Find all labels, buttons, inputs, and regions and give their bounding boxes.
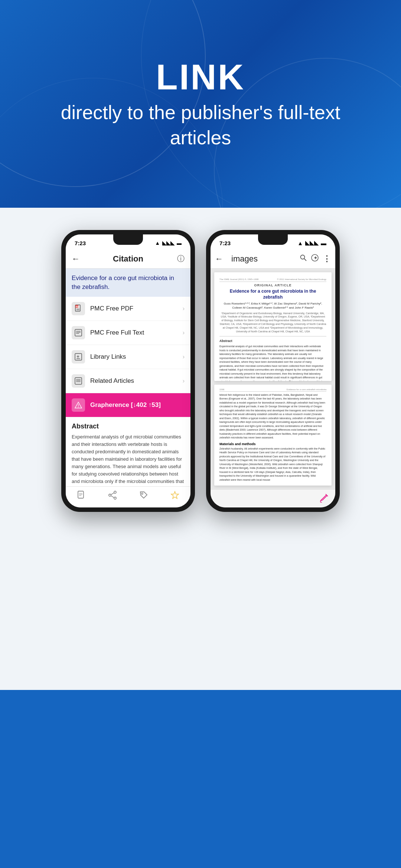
svg-marker-29 (171, 491, 179, 499)
right-phone-frame: 7:23 ▲ ◣◣◣ ▬ ← images (206, 230, 340, 512)
left-phone-notch (113, 234, 143, 245)
abstract-section: Abstract Experimental analysis of gut mi… (66, 417, 190, 486)
right-status-icons: ▲ ◣◣◣ ▬ (297, 240, 326, 246)
doc-nav-icon[interactable] (76, 490, 86, 502)
menu-item-pmc-pdf[interactable]: PDF PMC Free PDF › (66, 297, 190, 321)
right-phone-screen: 7:23 ▲ ◣◣◣ ▬ ← images (211, 234, 335, 507)
pmc-fulltext-label: PMC Free Full Text (90, 329, 144, 336)
doc-materials-text: Zebrafish husbandry. All zebrafish exper… (219, 447, 326, 482)
doc-page-2: 1596 Evidence for a core zebrafish micro… (214, 385, 332, 486)
right-edit-button[interactable] (319, 493, 329, 504)
menu-item-related[interactable]: Related Articles › (66, 369, 190, 393)
menu-item-pmc-fulltext[interactable]: PMC Free Full Text › (66, 321, 190, 345)
library-arrow: › (183, 354, 185, 360)
grapherence-icon (72, 398, 85, 412)
left-battery-icon: ▬ (177, 240, 182, 246)
svg-point-18 (78, 407, 79, 407)
doc-materials-heading: Materials and methods (219, 442, 326, 446)
svg-rect-12 (75, 378, 82, 384)
abstract-heading: Abstract (72, 423, 185, 430)
pdf-icon: PDF (72, 302, 85, 315)
doc-main-title: Evidence for a core gut microbiota in th… (219, 289, 326, 300)
left-info-button[interactable]: ⓘ (171, 254, 185, 264)
svg-line-27 (111, 496, 114, 498)
right-more-icon[interactable]: ⋮ (323, 254, 331, 264)
right-status-time: 7:23 (219, 240, 231, 246)
svg-text:✦: ✦ (313, 255, 318, 261)
phones-section: 7:23 ▲ ◣◣◣ ▬ ← Citation ⓘ Evidence for a… (0, 208, 401, 690)
left-bottom-nav (66, 486, 190, 507)
right-phone-wrapper: 7:23 ▲ ◣◣◣ ▬ ← images (206, 230, 340, 660)
tag-nav-icon[interactable] (139, 490, 149, 502)
left-header-title: Citation (85, 254, 171, 264)
right-add-icon[interactable]: ✦ (311, 254, 319, 264)
right-search-icon[interactable] (300, 254, 307, 263)
right-back-button[interactable]: ← (215, 254, 228, 264)
doc-abstract-label: Abstract (219, 339, 326, 343)
star-nav-icon[interactable] (170, 490, 180, 502)
doc-page2-header-left: 1596 (219, 388, 224, 391)
right-phone-notch (258, 234, 288, 245)
left-status-time: 7:23 (75, 240, 86, 246)
svg-point-25 (114, 497, 116, 499)
left-app-header: ← Citation ⓘ (66, 249, 190, 269)
related-arrow: › (183, 378, 185, 384)
related-label: Related Articles (90, 377, 134, 385)
left-article-title: Evidence for a core gut microbiota in th… (72, 274, 185, 292)
doc-title-section: ORIGINAL ARTICLE Evidence for a core gut… (219, 283, 326, 333)
svg-point-24 (109, 494, 111, 496)
right-header-icons: ✦ ⋮ (300, 254, 331, 264)
doc-journal-header-left: The ISME Journal (2011) 5, 1595–1608 (219, 278, 258, 280)
pmc-pdf-arrow: › (183, 305, 185, 312)
right-header-title: images (231, 254, 297, 264)
doc-page2-header-right: Evidence for a core zebrafish microbiota (287, 388, 326, 391)
svg-rect-9 (75, 354, 82, 360)
left-phone-frame: 7:23 ▲ ◣◣◣ ▬ ← Citation ⓘ Evidence for a… (61, 230, 195, 512)
svg-rect-5 (75, 329, 82, 336)
doc-page-1: The ISME Journal (2011) 5, 1595–1608 © 2… (214, 272, 332, 381)
grapherence-label: Grapherence [↓402 ↑53] (90, 401, 161, 409)
doc-authors: Guss Roeselers¹·²·³, Erika K Mittge¹·², … (219, 302, 326, 310)
pmc-pdf-label: PMC Free PDF (90, 305, 133, 312)
hero-subtitle: directly to the publisher's full-text ar… (0, 100, 401, 150)
left-status-icons: ▲ ◣◣◣ ▬ (155, 240, 182, 246)
left-phone-screen: 7:23 ▲ ◣◣◣ ▬ ← Citation ⓘ Evidence for a… (66, 234, 190, 507)
library-icon (72, 350, 85, 364)
left-wifi-icon: ▲ (155, 240, 160, 246)
pmc-fulltext-arrow: › (183, 329, 185, 336)
right-app-header: ← images ✦ (211, 249, 335, 269)
svg-text:PDF: PDF (76, 306, 79, 308)
doc-journal-header-right: © 2011 International Society for Microbi… (277, 278, 326, 280)
right-wifi-icon: ▲ (297, 240, 303, 246)
svg-point-28 (141, 493, 143, 494)
fulltext-icon (72, 326, 85, 339)
doc-page2-text: teleost fish indigenous to the inland wa… (219, 393, 326, 440)
related-icon (72, 374, 85, 388)
doc-affiliations: ¹Department of Organismic and Evolutiona… (219, 312, 326, 333)
svg-line-26 (111, 493, 114, 495)
doc-abstract-content: Experimental analysis of gut microbial c… (219, 345, 326, 381)
left-back-button[interactable]: ← (72, 254, 85, 264)
svg-line-31 (304, 259, 306, 261)
menu-item-library[interactable]: Library Links › (66, 345, 190, 369)
doc-abstract-block: Abstract Experimental analysis of gut mi… (219, 336, 326, 381)
abstract-text: Experimental analysis of gut microbial c… (72, 433, 185, 486)
svg-point-30 (301, 255, 305, 259)
left-signal-icon: ◣◣◣ (162, 240, 175, 246)
bottom-section (0, 690, 401, 838)
library-label: Library Links (90, 353, 126, 361)
left-article-title-area: Evidence for a core gut microbiota in th… (66, 269, 190, 297)
right-battery-icon: ▬ (321, 240, 326, 246)
doc-original-article-label: ORIGINAL ARTICLE (219, 283, 326, 287)
right-doc-viewer: The ISME Journal (2011) 5, 1595–1608 © 2… (211, 269, 335, 489)
left-phone-wrapper: 7:23 ▲ ◣◣◣ ▬ ← Citation ⓘ Evidence for a… (61, 230, 195, 660)
hero-section: LINK directly to the publisher's full-te… (0, 0, 401, 208)
share-nav-icon[interactable] (108, 490, 117, 502)
right-signal-icon: ◣◣◣ (305, 240, 319, 246)
hero-link-word: LINK (156, 57, 245, 97)
menu-item-grapherence[interactable]: Grapherence [↓402 ↑53] (66, 393, 190, 417)
right-bottom-bar (211, 489, 335, 507)
svg-point-23 (114, 491, 116, 493)
